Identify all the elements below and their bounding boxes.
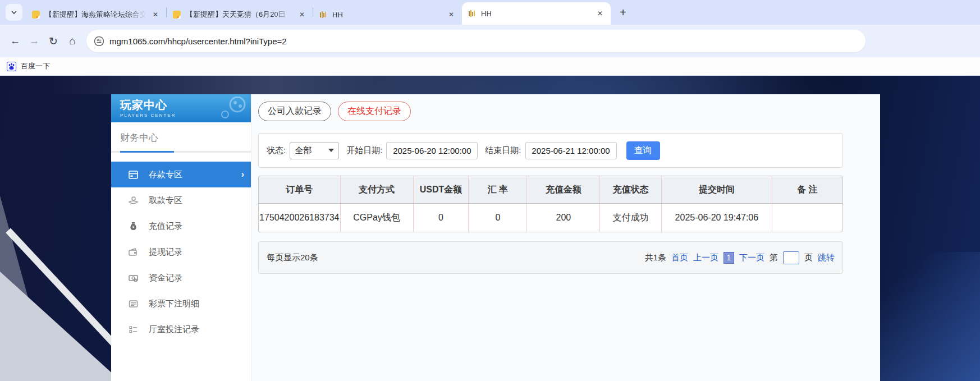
next-page-link[interactable]: 下一页 bbox=[739, 253, 764, 263]
start-date-input[interactable] bbox=[386, 142, 478, 159]
sidebar-item-label: 存款专区 bbox=[149, 169, 182, 180]
header-recharge-amount: 充值金额 bbox=[527, 176, 600, 203]
plus-icon: + bbox=[620, 6, 626, 19]
reload-icon: ↻ bbox=[49, 35, 58, 48]
tab-search-button[interactable] bbox=[6, 4, 22, 21]
sidebar-item-withdraw-zone[interactable]: 取款专区 bbox=[111, 187, 251, 213]
sidebar-item-fund-records[interactable]: ¥ 资金记录 bbox=[111, 265, 251, 291]
company-deposit-records-button[interactable]: 公司入款记录 bbox=[258, 102, 331, 121]
players-center-banner: 玩家中心 PLAYERS CENTER bbox=[111, 94, 251, 122]
end-date-label: 结束日期: bbox=[485, 145, 521, 156]
list-icon bbox=[128, 299, 139, 309]
end-date-input[interactable] bbox=[525, 142, 617, 159]
jump-suffix-label: 页 bbox=[804, 253, 813, 263]
tab-title: 【新提醒】海燕策略论坛综合交 bbox=[45, 10, 146, 20]
sidebar-item-withdrawal-records[interactable]: 提现记录 bbox=[111, 239, 251, 265]
arrow-left-icon: ← bbox=[10, 35, 21, 47]
chevron-right-icon: › bbox=[241, 169, 244, 180]
home-icon: ⌂ bbox=[69, 35, 75, 47]
sidebar-item-lottery-bet-details[interactable]: 彩票下注明细 bbox=[111, 291, 251, 316]
gold-bars-icon bbox=[468, 9, 477, 18]
online-payment-records-button[interactable]: 在线支付记录 bbox=[338, 102, 411, 121]
header-usdt-amount: USDT金额 bbox=[414, 176, 469, 203]
tab-title: HH bbox=[332, 11, 442, 19]
url-text: mgm1065.com/hhcp/usercenter.html?iniType… bbox=[109, 36, 287, 46]
sidebar-item-label: 充值记录 bbox=[149, 221, 182, 232]
tab-title: 【新提醒】天天竞猜（6月20日 bbox=[186, 10, 292, 20]
bookmark-baidu[interactable]: 百度一下 bbox=[7, 61, 50, 71]
browser-tab-4-active[interactable]: HH ✕ bbox=[462, 2, 611, 25]
wallet-icon bbox=[128, 247, 139, 258]
yellow-note-icon bbox=[172, 10, 181, 19]
svg-text:¥: ¥ bbox=[132, 225, 135, 229]
prev-page-link[interactable]: 上一页 bbox=[693, 253, 718, 263]
browser-toolbar: ← → ↻ ⌂ mgm1065.com/hhcp/usercenter.html… bbox=[0, 25, 980, 57]
browser-tab-2[interactable]: 【新提醒】天天竞猜（6月20日 ✕ bbox=[167, 4, 313, 25]
sidebar-item-recharge-records[interactable]: ¥ 充值记录 bbox=[111, 213, 251, 239]
status-select-value: 全部 bbox=[295, 145, 312, 156]
finance-section-header: 财务中心 bbox=[111, 122, 251, 151]
sidebar-item-label: 厅室投注记录 bbox=[149, 324, 199, 335]
chevron-down-icon bbox=[11, 9, 17, 16]
gamepad-icon bbox=[217, 97, 246, 119]
sidebar-item-deposit-zone[interactable]: 存款专区 › bbox=[111, 162, 251, 187]
jump-prefix-label: 第 bbox=[770, 253, 778, 263]
jump-link[interactable]: 跳转 bbox=[818, 253, 835, 263]
yellow-note-icon bbox=[31, 10, 40, 19]
sidebar: 玩家中心 PLAYERS CENTER 财务中心 存款专区 › 取款专区 bbox=[111, 94, 251, 381]
home-button[interactable]: ⌂ bbox=[63, 31, 82, 51]
section-label: 财务中心 bbox=[120, 131, 251, 151]
background-art bbox=[879, 252, 980, 381]
sidebar-item-label: 彩票下注明细 bbox=[149, 299, 199, 309]
close-icon[interactable]: ✕ bbox=[150, 10, 161, 20]
gold-bars-icon bbox=[319, 10, 328, 19]
pagination-controls: 共1条 首页 上一页 1 下一页 第 页 跳转 bbox=[645, 251, 835, 264]
close-icon[interactable]: ✕ bbox=[595, 8, 605, 19]
current-page-indicator[interactable]: 1 bbox=[723, 252, 734, 264]
forward-button[interactable]: → bbox=[25, 31, 44, 51]
reload-button[interactable]: ↻ bbox=[44, 31, 63, 51]
close-icon[interactable]: ✕ bbox=[446, 10, 456, 20]
close-icon[interactable]: ✕ bbox=[297, 10, 307, 20]
cell-submit-time: 2025-06-20 19:47:06 bbox=[662, 204, 773, 232]
jump-page-input[interactable] bbox=[783, 251, 799, 264]
tab-title: HH bbox=[481, 10, 590, 18]
sidebar-item-label: 资金记录 bbox=[149, 273, 182, 283]
content-panel: 玩家中心 PLAYERS CENTER 财务中心 存款专区 › 取款专区 bbox=[111, 94, 880, 381]
first-page-link[interactable]: 首页 bbox=[671, 253, 688, 263]
status-select[interactable]: 全部 bbox=[290, 142, 339, 159]
sidebar-item-hall-bet-records[interactable]: 厅室投注记录 bbox=[111, 316, 251, 342]
start-date-label: 开始日期: bbox=[346, 145, 382, 156]
cell-usdt-amount: 0 bbox=[414, 204, 469, 232]
new-tab-button[interactable]: + bbox=[615, 4, 631, 20]
browser-tab-3[interactable]: HH ✕ bbox=[313, 4, 462, 25]
cash-icon: ¥ bbox=[128, 273, 139, 283]
bookmark-label: 百度一下 bbox=[21, 61, 50, 71]
status-label: 状态: bbox=[267, 145, 286, 156]
total-count-text: 共1条 bbox=[645, 253, 666, 263]
cell-order-no: 1750420026183734 bbox=[259, 204, 341, 232]
browser-tab-strip: 【新提醒】海燕策略论坛综合交 ✕ 【新提醒】天天竞猜（6月20日 ✕ HH ✕ … bbox=[0, 0, 980, 25]
browser-tab-1[interactable]: 【新提醒】海燕策略论坛综合交 ✕ bbox=[26, 4, 166, 25]
background-art bbox=[0, 76, 980, 94]
sidebar-item-label: 提现记录 bbox=[149, 247, 182, 258]
money-bag-icon: ¥ bbox=[128, 221, 139, 232]
back-button[interactable]: ← bbox=[6, 31, 25, 51]
table-row: 1750420026183734 CGPay钱包 0 0 200 支付成功 20… bbox=[259, 204, 842, 232]
bookmarks-bar: 百度一下 bbox=[0, 57, 980, 76]
site-settings-tune-icon[interactable] bbox=[94, 36, 104, 46]
chevron-down-icon bbox=[328, 149, 334, 152]
page-background: 玩家中心 PLAYERS CENTER 财务中心 存款专区 › 取款专区 bbox=[0, 76, 980, 381]
record-type-tabs: 公司入款记录 在线支付记录 bbox=[258, 102, 843, 121]
address-bar[interactable]: mgm1065.com/hhcp/usercenter.html?iniType… bbox=[86, 30, 865, 52]
main-content: 公司入款记录 在线支付记录 状态: 全部 开始日期: 结束日期: 查询 订单号 … bbox=[251, 94, 880, 381]
sidebar-menu: 存款专区 › 取款专区 ¥ 充值记录 提现记录 ¥ 资金记录 bbox=[111, 162, 251, 342]
cell-exchange-rate: 0 bbox=[469, 204, 527, 232]
section-underline-accent bbox=[120, 151, 174, 153]
header-submit-time: 提交时间 bbox=[662, 176, 773, 203]
cell-recharge-status: 支付成功 bbox=[600, 204, 661, 232]
query-button[interactable]: 查询 bbox=[626, 141, 660, 160]
header-order-no: 订单号 bbox=[259, 176, 341, 203]
page-size-text: 每页显示20条 bbox=[267, 253, 318, 263]
table-header-row: 订单号 支付方式 USDT金额 汇 率 充值金额 充值状态 提交时间 备 注 bbox=[259, 176, 842, 204]
